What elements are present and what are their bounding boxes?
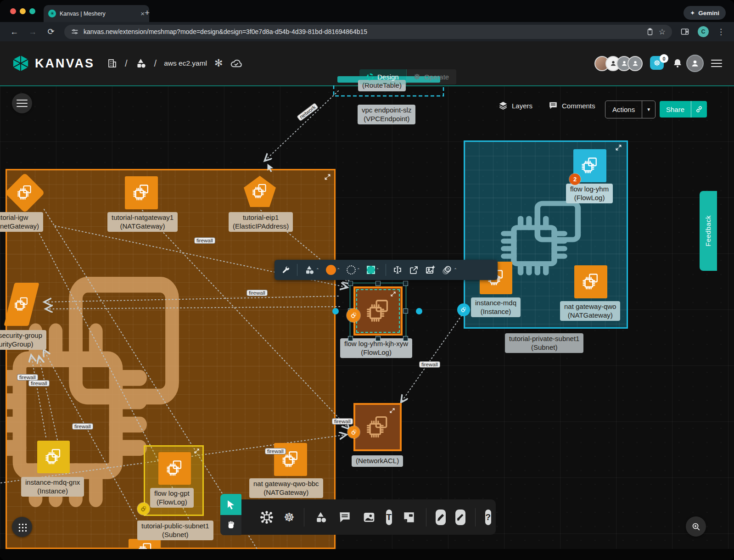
node-label-vpc-endpoint[interactable]: vpc endpoint-slz (VPCEndpoint) xyxy=(358,105,415,124)
tab-operate[interactable]: ☸ Operate xyxy=(406,69,456,84)
container-style-tool[interactable]: ⌃ xyxy=(367,266,380,274)
chevron-up-icon[interactable]: ⌃ xyxy=(454,268,457,272)
node-flow-log-gpt[interactable] xyxy=(158,452,191,485)
flow-log-yhm-count-badge[interactable]: 2 xyxy=(569,174,581,185)
flow-log-badge[interactable] xyxy=(347,308,360,322)
share-button[interactable]: Share xyxy=(660,101,691,118)
selection-handle[interactable] xyxy=(403,308,408,314)
tool-marker[interactable] xyxy=(455,510,465,525)
node-label-natgw-qwo[interactable]: nat gateway-qwo (NATGateway) xyxy=(560,301,620,321)
node-nat-gateway-qwo[interactable] xyxy=(574,265,607,298)
edge-label[interactable]: network xyxy=(297,103,318,121)
edge-port[interactable] xyxy=(416,308,422,314)
edge-label[interactable]: firewall xyxy=(265,448,286,454)
resize-icon[interactable] xyxy=(390,291,396,297)
zoom-button[interactable] xyxy=(686,516,706,537)
chevron-up-icon[interactable]: ⌃ xyxy=(376,268,380,272)
node-label-public-subnet[interactable]: tutorial-public-subnet1 (Subnet) xyxy=(137,521,213,540)
tool-help[interactable]: ? xyxy=(485,510,491,525)
side-panel-icon[interactable] xyxy=(680,27,689,36)
resize-icon[interactable] xyxy=(389,408,395,414)
flow-log-gpt-badge[interactable] xyxy=(137,503,150,515)
node-instance-mdq-gnx[interactable] xyxy=(37,441,70,473)
maximize-window-button[interactable] xyxy=(29,8,35,14)
tool-media[interactable] xyxy=(362,510,376,525)
edge-label[interactable]: firewall xyxy=(195,238,215,243)
collaborator-avatar[interactable] xyxy=(628,56,643,71)
tool-components[interactable] xyxy=(259,510,274,525)
node-tutorial-natgateway1[interactable] xyxy=(125,176,158,209)
open-in-new-icon[interactable] xyxy=(409,265,419,275)
selection-handle[interactable] xyxy=(403,336,408,341)
edge-label[interactable]: firewall xyxy=(247,290,267,296)
shapes-tool[interactable]: ⌃ xyxy=(304,264,319,275)
chevron-up-icon[interactable]: ⌃ xyxy=(337,268,341,272)
tool-note[interactable] xyxy=(402,510,416,525)
node-label-network-acl[interactable]: (NetworkACL) xyxy=(352,455,403,467)
edge-label[interactable]: firewall xyxy=(29,381,49,386)
canvas-menu-button[interactable] xyxy=(12,93,32,113)
tool-select[interactable] xyxy=(220,494,241,515)
actions-dropdown-caret[interactable]: ▼ xyxy=(642,101,655,118)
fill-color-tool[interactable]: ⌃ xyxy=(326,265,341,275)
node-label-private-subnet[interactable]: tutorial-private-subnet1 (Subnet) xyxy=(505,333,583,353)
design-file-name[interactable]: aws ec2.yaml xyxy=(164,59,207,67)
tab-design[interactable]: Design xyxy=(359,69,406,84)
node-label-natgw-bbc[interactable]: nat gateway-qwo-bbc (NATGateway) xyxy=(249,478,323,498)
tool-kubernetes[interactable]: ☸ xyxy=(284,511,294,523)
notifications-bell-icon[interactable] xyxy=(672,58,683,69)
chevron-up-icon[interactable]: ⌃ xyxy=(316,268,319,272)
bookmark-star-icon[interactable]: ☆ xyxy=(659,27,666,37)
node-nat-gateway-qwo-bbc[interactable] xyxy=(274,443,307,476)
edge-port[interactable] xyxy=(332,308,339,314)
edge-label[interactable]: firewall xyxy=(420,362,440,367)
mesh-sync-icon[interactable]: ✻ xyxy=(214,57,223,69)
comments-button[interactable]: Comments xyxy=(548,101,595,111)
edge-label[interactable]: firewall xyxy=(73,424,93,429)
rename-icon[interactable] xyxy=(392,265,403,275)
edge-label[interactable]: firewall xyxy=(332,419,353,424)
workspace-shapes-icon[interactable] xyxy=(135,57,147,69)
close-window-button[interactable] xyxy=(10,8,16,14)
user-avatar[interactable] xyxy=(686,55,704,72)
node-label-instance-gnx[interactable]: instance-mdq-gnx (Instance) xyxy=(21,477,84,497)
tool-text[interactable]: T xyxy=(386,510,392,525)
group-layers-tool[interactable]: ⌃ xyxy=(442,265,457,275)
node-partial-bottom[interactable] xyxy=(129,539,161,549)
chevron-up-icon[interactable]: ⌃ xyxy=(357,268,360,272)
url-text[interactable]: kanvas.new/extension/meshmap?mode=design… xyxy=(84,28,641,35)
node-label-flow-log-yhm[interactable]: flow log-yhm (FlowLog) xyxy=(566,184,613,203)
node-label-eip1[interactable]: tutorial-eip1 (ElasticIPAddress) xyxy=(229,212,293,232)
tool-comment[interactable] xyxy=(337,510,352,525)
new-tab-button[interactable]: + xyxy=(145,8,150,17)
node-label-flow-log-gpt[interactable]: flow log-gpt (FlowLog) xyxy=(150,488,194,508)
resize-icon[interactable] xyxy=(194,448,200,454)
edge-label[interactable]: firewall xyxy=(17,375,38,380)
tool-shapes[interactable] xyxy=(314,510,328,524)
tool-pen[interactable] xyxy=(436,510,446,525)
resize-icon[interactable] xyxy=(324,174,331,180)
site-settings-icon[interactable] xyxy=(71,28,79,36)
selection-handle[interactable] xyxy=(403,281,408,286)
add-image-icon[interactable] xyxy=(425,265,436,275)
copy-link-button[interactable] xyxy=(691,101,707,118)
gemini-button[interactable]: ✦ Gemini xyxy=(684,6,726,20)
node-label-flow-log-kjh[interactable]: flow log-yhm-kjh-xyw (FlowLog) xyxy=(340,338,412,358)
app-menu-icon[interactable] xyxy=(711,57,722,69)
node-label-natgateway1[interactable]: tutorial-natgateway1 (NATGateway) xyxy=(107,212,178,232)
subnet-edge-port[interactable] xyxy=(457,303,470,316)
tool-pan[interactable] xyxy=(220,515,241,535)
reload-button[interactable]: ⟳ xyxy=(46,27,56,37)
edge-network[interactable] xyxy=(265,91,338,161)
configure-wrench-icon[interactable] xyxy=(281,265,291,275)
minimize-window-button[interactable] xyxy=(20,8,26,14)
forward-button[interactable]: → xyxy=(28,27,38,37)
actions-button[interactable]: Actions xyxy=(605,101,642,118)
node-label-igw[interactable]: tutorial-igw (InternetGateway) xyxy=(0,212,43,232)
back-button[interactable]: ← xyxy=(9,27,19,37)
selection-handle[interactable] xyxy=(348,336,353,341)
layers-button[interactable]: Layers xyxy=(498,101,532,111)
selection-handle[interactable] xyxy=(375,336,381,341)
apps-grid-button[interactable] xyxy=(12,517,32,537)
border-style-tool[interactable]: ⌃ xyxy=(347,265,360,274)
